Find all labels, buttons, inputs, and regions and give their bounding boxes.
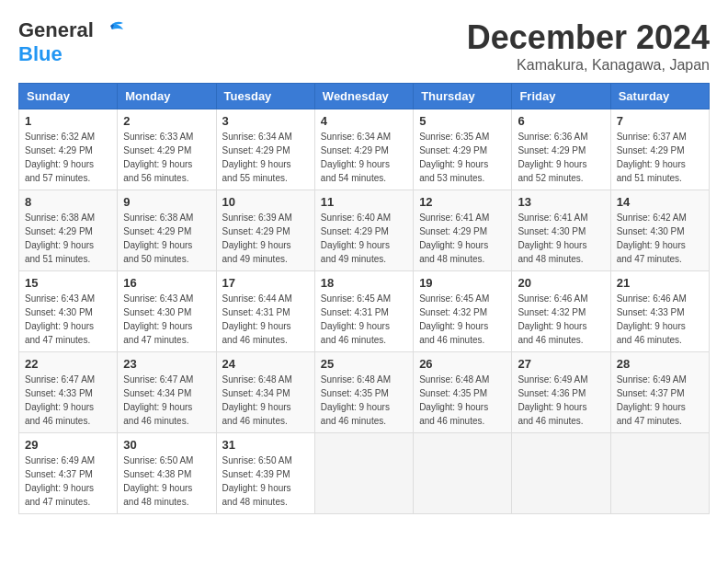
day-number: 26 (419, 357, 506, 371)
day-number: 10 (222, 195, 309, 209)
day-info: Sunrise: 6:34 AMSunset: 4:29 PMDaylight:… (321, 132, 391, 183)
day-info: Sunrise: 6:50 AMSunset: 4:39 PMDaylight:… (222, 455, 292, 507)
calendar-table: SundayMondayTuesdayWednesdayThursdayFrid… (18, 83, 710, 514)
day-number: 11 (321, 195, 407, 209)
day-info: Sunrise: 6:45 AMSunset: 4:32 PMDaylight:… (419, 293, 489, 345)
weekday-header-monday: Monday (118, 84, 216, 109)
day-number: 16 (123, 276, 210, 290)
day-number: 12 (419, 195, 506, 209)
day-number: 23 (123, 357, 210, 371)
calendar-cell: 6 Sunrise: 6:36 AMSunset: 4:29 PMDayligh… (512, 109, 610, 190)
calendar-cell (414, 433, 512, 514)
day-number: 15 (25, 276, 111, 290)
day-number: 17 (222, 276, 309, 290)
weekday-header-saturday: Saturday (610, 84, 709, 109)
title-area: December 2024 Kamakura, Kanagawa, Japan (467, 18, 710, 74)
calendar-cell: 15 Sunrise: 6:43 AMSunset: 4:30 PMDaylig… (19, 271, 118, 352)
day-info: Sunrise: 6:44 AMSunset: 4:31 PMDaylight:… (222, 293, 292, 345)
week-row-4: 22 Sunrise: 6:47 AMSunset: 4:33 PMDaylig… (19, 352, 710, 433)
week-row-2: 8 Sunrise: 6:38 AMSunset: 4:29 PMDayligh… (19, 190, 710, 271)
calendar-cell: 14 Sunrise: 6:42 AMSunset: 4:30 PMDaylig… (610, 190, 709, 271)
day-info: Sunrise: 6:41 AMSunset: 4:30 PMDaylight:… (518, 213, 587, 264)
day-number: 14 (617, 195, 703, 209)
day-number: 31 (222, 438, 309, 452)
day-number: 21 (617, 276, 703, 290)
calendar-cell: 4 Sunrise: 6:34 AMSunset: 4:29 PMDayligh… (314, 109, 413, 190)
day-info: Sunrise: 6:47 AMSunset: 4:34 PMDaylight:… (123, 374, 193, 426)
day-info: Sunrise: 6:38 AMSunset: 4:29 PMDaylight:… (123, 213, 193, 264)
week-row-5: 29 Sunrise: 6:49 AMSunset: 4:37 PMDaylig… (19, 433, 710, 514)
calendar-cell: 27 Sunrise: 6:49 AMSunset: 4:36 PMDaylig… (512, 352, 610, 433)
calendar-cell: 12 Sunrise: 6:41 AMSunset: 4:29 PMDaylig… (414, 190, 512, 271)
day-info: Sunrise: 6:32 AMSunset: 4:29 PMDaylight:… (25, 132, 95, 183)
day-number: 6 (518, 114, 604, 128)
calendar-cell: 11 Sunrise: 6:40 AMSunset: 4:29 PMDaylig… (314, 190, 413, 271)
day-info: Sunrise: 6:48 AMSunset: 4:35 PMDaylight:… (419, 374, 489, 426)
day-info: Sunrise: 6:49 AMSunset: 4:37 PMDaylight:… (617, 374, 687, 426)
day-number: 27 (518, 357, 604, 371)
day-number: 22 (25, 357, 111, 371)
weekday-header-friday: Friday (512, 84, 610, 109)
calendar-cell: 24 Sunrise: 6:48 AMSunset: 4:34 PMDaylig… (216, 352, 314, 433)
calendar-cell: 9 Sunrise: 6:38 AMSunset: 4:29 PMDayligh… (118, 190, 216, 271)
logo: General Blue (18, 18, 125, 66)
calendar-cell: 20 Sunrise: 6:46 AMSunset: 4:32 PMDaylig… (512, 271, 610, 352)
calendar-cell: 26 Sunrise: 6:48 AMSunset: 4:35 PMDaylig… (414, 352, 512, 433)
day-info: Sunrise: 6:39 AMSunset: 4:29 PMDaylight:… (222, 213, 292, 264)
calendar-cell: 17 Sunrise: 6:44 AMSunset: 4:31 PMDaylig… (216, 271, 314, 352)
day-number: 4 (321, 114, 407, 128)
calendar-cell: 3 Sunrise: 6:34 AMSunset: 4:29 PMDayligh… (216, 109, 314, 190)
day-info: Sunrise: 6:35 AMSunset: 4:29 PMDaylight:… (419, 132, 489, 183)
day-info: Sunrise: 6:49 AMSunset: 4:36 PMDaylight:… (518, 374, 587, 426)
logo-text-blue: Blue (18, 42, 63, 65)
location: Kamakura, Kanagawa, Japan (467, 57, 710, 74)
weekday-header-sunday: Sunday (19, 84, 118, 109)
day-number: 28 (617, 357, 703, 371)
calendar-cell: 22 Sunrise: 6:47 AMSunset: 4:33 PMDaylig… (19, 352, 118, 433)
calendar-cell: 5 Sunrise: 6:35 AMSunset: 4:29 PMDayligh… (414, 109, 512, 190)
day-info: Sunrise: 6:47 AMSunset: 4:33 PMDaylight:… (25, 374, 95, 426)
calendar-cell: 10 Sunrise: 6:39 AMSunset: 4:29 PMDaylig… (216, 190, 314, 271)
calendar-cell: 21 Sunrise: 6:46 AMSunset: 4:33 PMDaylig… (610, 271, 709, 352)
day-number: 2 (123, 114, 210, 128)
calendar-cell: 28 Sunrise: 6:49 AMSunset: 4:37 PMDaylig… (610, 352, 709, 433)
day-info: Sunrise: 6:45 AMSunset: 4:31 PMDaylight:… (321, 293, 391, 345)
day-info: Sunrise: 6:46 AMSunset: 4:32 PMDaylight:… (518, 293, 587, 345)
calendar-cell: 7 Sunrise: 6:37 AMSunset: 4:29 PMDayligh… (610, 109, 709, 190)
day-info: Sunrise: 6:43 AMSunset: 4:30 PMDaylight:… (25, 293, 95, 345)
calendar-cell: 29 Sunrise: 6:49 AMSunset: 4:37 PMDaylig… (19, 433, 118, 514)
day-number: 3 (222, 114, 309, 128)
day-info: Sunrise: 6:42 AMSunset: 4:30 PMDaylight:… (617, 213, 687, 264)
calendar-cell (512, 433, 610, 514)
day-number: 29 (25, 438, 111, 452)
day-info: Sunrise: 6:38 AMSunset: 4:29 PMDaylight:… (25, 213, 95, 264)
calendar-cell: 23 Sunrise: 6:47 AMSunset: 4:34 PMDaylig… (118, 352, 216, 433)
weekday-header-thursday: Thursday (414, 84, 512, 109)
week-row-1: 1 Sunrise: 6:32 AMSunset: 4:29 PMDayligh… (19, 109, 710, 190)
day-number: 19 (419, 276, 506, 290)
calendar-cell: 25 Sunrise: 6:48 AMSunset: 4:35 PMDaylig… (314, 352, 413, 433)
day-info: Sunrise: 6:48 AMSunset: 4:34 PMDaylight:… (222, 374, 292, 426)
calendar-cell (610, 433, 709, 514)
calendar-cell: 1 Sunrise: 6:32 AMSunset: 4:29 PMDayligh… (19, 109, 118, 190)
calendar-cell: 19 Sunrise: 6:45 AMSunset: 4:32 PMDaylig… (414, 271, 512, 352)
day-number: 9 (123, 195, 210, 209)
calendar-cell: 8 Sunrise: 6:38 AMSunset: 4:29 PMDayligh… (19, 190, 118, 271)
day-info: Sunrise: 6:50 AMSunset: 4:38 PMDaylight:… (123, 455, 193, 507)
weekday-header-tuesday: Tuesday (216, 84, 314, 109)
day-number: 20 (518, 276, 604, 290)
day-info: Sunrise: 6:41 AMSunset: 4:29 PMDaylight:… (419, 213, 489, 264)
calendar-cell: 31 Sunrise: 6:50 AMSunset: 4:39 PMDaylig… (216, 433, 314, 514)
month-title: December 2024 (467, 18, 710, 57)
day-info: Sunrise: 6:33 AMSunset: 4:29 PMDaylight:… (123, 132, 193, 183)
day-number: 13 (518, 195, 604, 209)
day-number: 7 (617, 114, 703, 128)
day-info: Sunrise: 6:34 AMSunset: 4:29 PMDaylight:… (222, 132, 292, 183)
day-number: 24 (222, 357, 309, 371)
day-info: Sunrise: 6:48 AMSunset: 4:35 PMDaylight:… (321, 374, 391, 426)
day-info: Sunrise: 6:43 AMSunset: 4:30 PMDaylight:… (123, 293, 193, 345)
calendar-cell: 2 Sunrise: 6:33 AMSunset: 4:29 PMDayligh… (118, 109, 216, 190)
calendar-cell: 16 Sunrise: 6:43 AMSunset: 4:30 PMDaylig… (118, 271, 216, 352)
day-info: Sunrise: 6:49 AMSunset: 4:37 PMDaylight:… (25, 455, 95, 507)
day-info: Sunrise: 6:46 AMSunset: 4:33 PMDaylight:… (617, 293, 687, 345)
